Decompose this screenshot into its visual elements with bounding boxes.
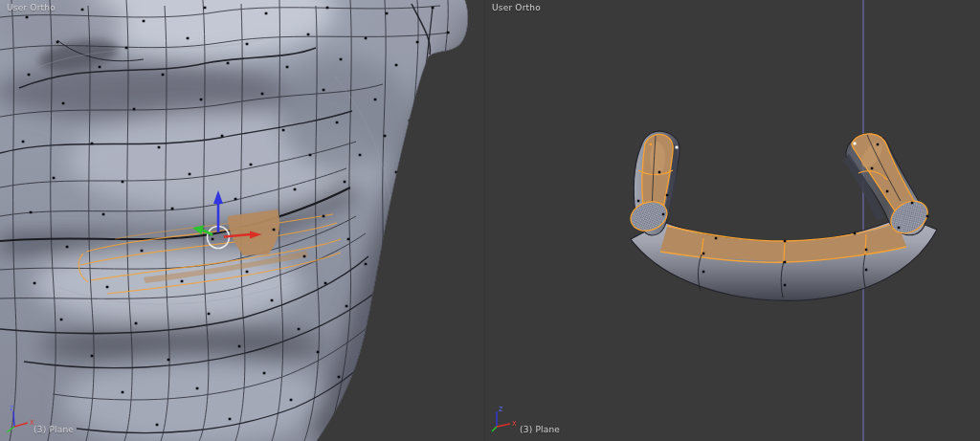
mini-x-label: x bbox=[30, 418, 34, 427]
viewport-left[interactable]: z x User Ortho (3) Plane bbox=[0, 0, 485, 441]
mini-z-axis bbox=[13, 411, 14, 427]
mini-z-label: z bbox=[499, 405, 502, 413]
mini-x-label: x bbox=[512, 419, 517, 428]
arm-highlight bbox=[650, 142, 665, 176]
face-mesh-canvas[interactable]: z x bbox=[0, 0, 484, 441]
lip-tube-canvas[interactable]: z x bbox=[485, 0, 980, 441]
blender-3d-view: z x User Ortho (3) Plane bbox=[0, 0, 980, 441]
mini-z-label: z bbox=[10, 404, 13, 412]
viewport-right[interactable]: z x User Ortho (3) Plane bbox=[485, 0, 980, 441]
